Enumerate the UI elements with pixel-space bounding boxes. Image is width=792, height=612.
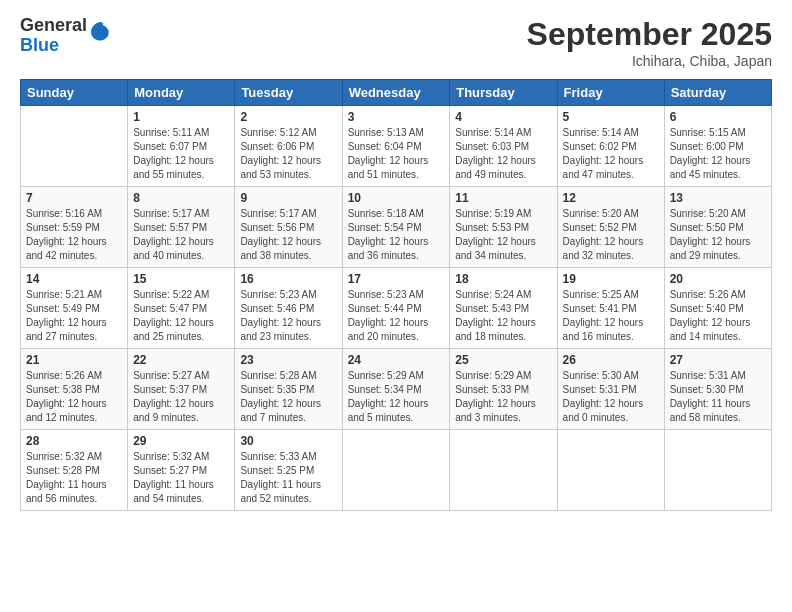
calendar-cell: 26Sunrise: 5:30 AM Sunset: 5:31 PM Dayli…	[557, 349, 664, 430]
day-info: Sunrise: 5:21 AM Sunset: 5:49 PM Dayligh…	[26, 288, 122, 344]
week-row-4: 21Sunrise: 5:26 AM Sunset: 5:38 PM Dayli…	[21, 349, 772, 430]
day-info: Sunrise: 5:12 AM Sunset: 6:06 PM Dayligh…	[240, 126, 336, 182]
calendar-cell: 6Sunrise: 5:15 AM Sunset: 6:00 PM Daylig…	[664, 106, 771, 187]
page-container: General Blue September 2025 Ichihara, Ch…	[0, 0, 792, 521]
col-tuesday: Tuesday	[235, 80, 342, 106]
logo-general: General	[20, 16, 87, 36]
day-number: 5	[563, 110, 659, 124]
logo: General Blue	[20, 16, 113, 56]
week-row-1: 1Sunrise: 5:11 AM Sunset: 6:07 PM Daylig…	[21, 106, 772, 187]
calendar-header-row: Sunday Monday Tuesday Wednesday Thursday…	[21, 80, 772, 106]
day-info: Sunrise: 5:25 AM Sunset: 5:41 PM Dayligh…	[563, 288, 659, 344]
calendar-cell: 11Sunrise: 5:19 AM Sunset: 5:53 PM Dayli…	[450, 187, 557, 268]
calendar-cell	[342, 430, 450, 511]
calendar-cell	[450, 430, 557, 511]
calendar-cell: 10Sunrise: 5:18 AM Sunset: 5:54 PM Dayli…	[342, 187, 450, 268]
day-number: 10	[348, 191, 445, 205]
week-row-5: 28Sunrise: 5:32 AM Sunset: 5:28 PM Dayli…	[21, 430, 772, 511]
day-number: 23	[240, 353, 336, 367]
day-info: Sunrise: 5:31 AM Sunset: 5:30 PM Dayligh…	[670, 369, 766, 425]
day-info: Sunrise: 5:16 AM Sunset: 5:59 PM Dayligh…	[26, 207, 122, 263]
day-info: Sunrise: 5:23 AM Sunset: 5:46 PM Dayligh…	[240, 288, 336, 344]
day-number: 27	[670, 353, 766, 367]
week-row-2: 7Sunrise: 5:16 AM Sunset: 5:59 PM Daylig…	[21, 187, 772, 268]
day-number: 11	[455, 191, 551, 205]
day-info: Sunrise: 5:26 AM Sunset: 5:40 PM Dayligh…	[670, 288, 766, 344]
day-number: 9	[240, 191, 336, 205]
day-info: Sunrise: 5:28 AM Sunset: 5:35 PM Dayligh…	[240, 369, 336, 425]
day-info: Sunrise: 5:32 AM Sunset: 5:27 PM Dayligh…	[133, 450, 229, 506]
day-number: 21	[26, 353, 122, 367]
calendar-cell: 30Sunrise: 5:33 AM Sunset: 5:25 PM Dayli…	[235, 430, 342, 511]
calendar-cell: 15Sunrise: 5:22 AM Sunset: 5:47 PM Dayli…	[128, 268, 235, 349]
day-number: 28	[26, 434, 122, 448]
col-thursday: Thursday	[450, 80, 557, 106]
calendar-cell: 3Sunrise: 5:13 AM Sunset: 6:04 PM Daylig…	[342, 106, 450, 187]
logo-icon	[89, 20, 113, 44]
calendar-cell: 4Sunrise: 5:14 AM Sunset: 6:03 PM Daylig…	[450, 106, 557, 187]
col-saturday: Saturday	[664, 80, 771, 106]
calendar-cell: 19Sunrise: 5:25 AM Sunset: 5:41 PM Dayli…	[557, 268, 664, 349]
day-number: 18	[455, 272, 551, 286]
day-number: 6	[670, 110, 766, 124]
day-number: 26	[563, 353, 659, 367]
day-info: Sunrise: 5:27 AM Sunset: 5:37 PM Dayligh…	[133, 369, 229, 425]
day-number: 30	[240, 434, 336, 448]
day-info: Sunrise: 5:24 AM Sunset: 5:43 PM Dayligh…	[455, 288, 551, 344]
day-number: 17	[348, 272, 445, 286]
day-info: Sunrise: 5:29 AM Sunset: 5:33 PM Dayligh…	[455, 369, 551, 425]
day-number: 19	[563, 272, 659, 286]
calendar-cell: 1Sunrise: 5:11 AM Sunset: 6:07 PM Daylig…	[128, 106, 235, 187]
col-monday: Monday	[128, 80, 235, 106]
month-title: September 2025	[527, 16, 772, 53]
calendar-cell: 25Sunrise: 5:29 AM Sunset: 5:33 PM Dayli…	[450, 349, 557, 430]
title-block: September 2025 Ichihara, Chiba, Japan	[527, 16, 772, 69]
day-info: Sunrise: 5:23 AM Sunset: 5:44 PM Dayligh…	[348, 288, 445, 344]
calendar-cell: 14Sunrise: 5:21 AM Sunset: 5:49 PM Dayli…	[21, 268, 128, 349]
location: Ichihara, Chiba, Japan	[527, 53, 772, 69]
day-info: Sunrise: 5:30 AM Sunset: 5:31 PM Dayligh…	[563, 369, 659, 425]
day-info: Sunrise: 5:11 AM Sunset: 6:07 PM Dayligh…	[133, 126, 229, 182]
day-info: Sunrise: 5:32 AM Sunset: 5:28 PM Dayligh…	[26, 450, 122, 506]
week-row-3: 14Sunrise: 5:21 AM Sunset: 5:49 PM Dayli…	[21, 268, 772, 349]
day-info: Sunrise: 5:33 AM Sunset: 5:25 PM Dayligh…	[240, 450, 336, 506]
day-info: Sunrise: 5:19 AM Sunset: 5:53 PM Dayligh…	[455, 207, 551, 263]
day-info: Sunrise: 5:14 AM Sunset: 6:03 PM Dayligh…	[455, 126, 551, 182]
calendar-cell: 28Sunrise: 5:32 AM Sunset: 5:28 PM Dayli…	[21, 430, 128, 511]
calendar-cell: 18Sunrise: 5:24 AM Sunset: 5:43 PM Dayli…	[450, 268, 557, 349]
calendar-cell	[557, 430, 664, 511]
calendar-cell	[664, 430, 771, 511]
col-friday: Friday	[557, 80, 664, 106]
day-number: 20	[670, 272, 766, 286]
day-info: Sunrise: 5:15 AM Sunset: 6:00 PM Dayligh…	[670, 126, 766, 182]
day-number: 7	[26, 191, 122, 205]
calendar-cell: 16Sunrise: 5:23 AM Sunset: 5:46 PM Dayli…	[235, 268, 342, 349]
day-number: 25	[455, 353, 551, 367]
calendar-cell: 20Sunrise: 5:26 AM Sunset: 5:40 PM Dayli…	[664, 268, 771, 349]
logo-blue: Blue	[20, 36, 87, 56]
calendar-cell: 17Sunrise: 5:23 AM Sunset: 5:44 PM Dayli…	[342, 268, 450, 349]
day-info: Sunrise: 5:17 AM Sunset: 5:56 PM Dayligh…	[240, 207, 336, 263]
col-sunday: Sunday	[21, 80, 128, 106]
day-number: 12	[563, 191, 659, 205]
day-number: 16	[240, 272, 336, 286]
calendar-cell: 21Sunrise: 5:26 AM Sunset: 5:38 PM Dayli…	[21, 349, 128, 430]
logo-text: General Blue	[20, 16, 87, 56]
day-number: 4	[455, 110, 551, 124]
calendar-cell	[21, 106, 128, 187]
day-number: 8	[133, 191, 229, 205]
calendar-cell: 22Sunrise: 5:27 AM Sunset: 5:37 PM Dayli…	[128, 349, 235, 430]
day-number: 29	[133, 434, 229, 448]
calendar-cell: 7Sunrise: 5:16 AM Sunset: 5:59 PM Daylig…	[21, 187, 128, 268]
day-number: 24	[348, 353, 445, 367]
page-header: General Blue September 2025 Ichihara, Ch…	[20, 16, 772, 69]
day-info: Sunrise: 5:14 AM Sunset: 6:02 PM Dayligh…	[563, 126, 659, 182]
day-info: Sunrise: 5:18 AM Sunset: 5:54 PM Dayligh…	[348, 207, 445, 263]
day-info: Sunrise: 5:13 AM Sunset: 6:04 PM Dayligh…	[348, 126, 445, 182]
day-number: 15	[133, 272, 229, 286]
day-info: Sunrise: 5:22 AM Sunset: 5:47 PM Dayligh…	[133, 288, 229, 344]
calendar-cell: 5Sunrise: 5:14 AM Sunset: 6:02 PM Daylig…	[557, 106, 664, 187]
day-number: 14	[26, 272, 122, 286]
calendar-cell: 24Sunrise: 5:29 AM Sunset: 5:34 PM Dayli…	[342, 349, 450, 430]
day-info: Sunrise: 5:20 AM Sunset: 5:50 PM Dayligh…	[670, 207, 766, 263]
